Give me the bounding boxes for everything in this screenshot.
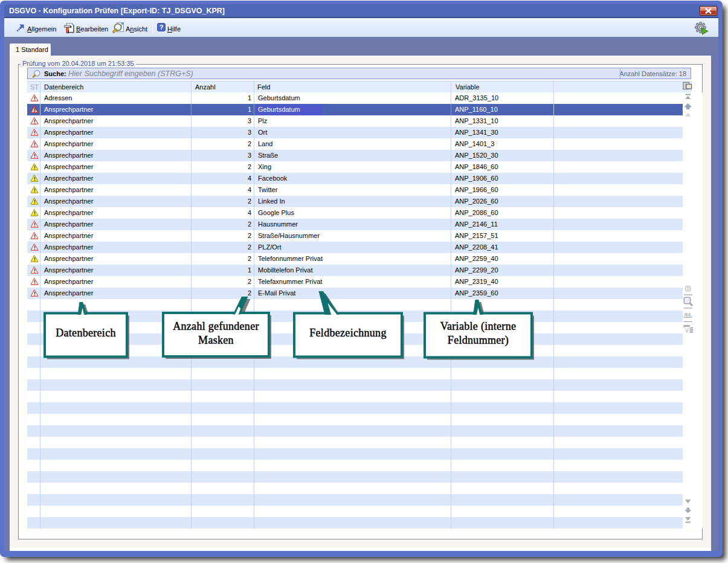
svg-text:XML: XML — [684, 312, 692, 318]
svg-text:?: ? — [159, 24, 164, 31]
svg-text:(|): (|) — [685, 285, 691, 292]
